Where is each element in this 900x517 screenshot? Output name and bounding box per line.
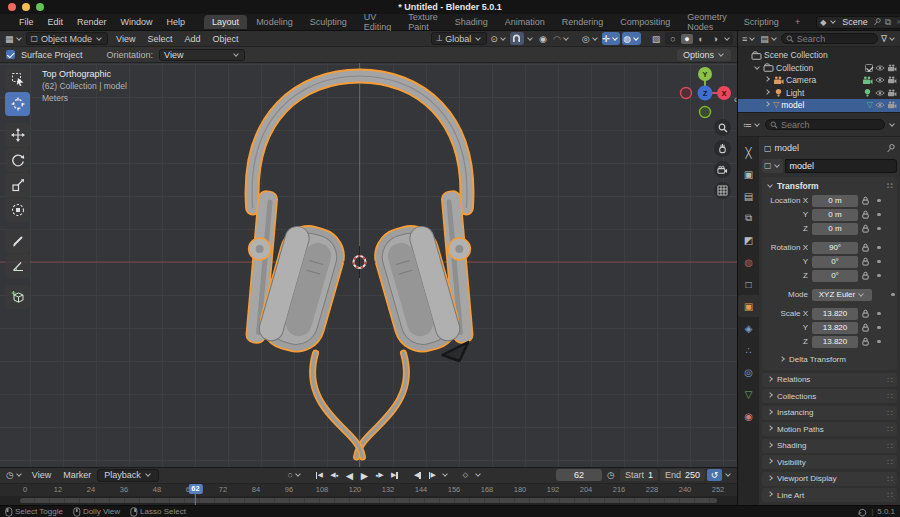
restrict-render-toggle[interactable]	[887, 76, 897, 84]
animate-dot[interactable]	[877, 340, 881, 344]
tool-measure-button[interactable]	[5, 254, 30, 278]
tool-transform-button[interactable]	[5, 198, 30, 222]
transform-value-field[interactable]: 0°	[812, 256, 858, 268]
auto-keying-button[interactable]: ◇	[459, 469, 472, 481]
restrict-hide-toggle[interactable]	[875, 64, 885, 72]
panel-drag-handle[interactable]: ∷	[887, 457, 893, 467]
frame-start-field[interactable]: Start1	[620, 469, 658, 481]
expander-closed-icon[interactable]	[764, 89, 770, 95]
section-shading[interactable]: Shading∷	[762, 439, 897, 453]
menu-help[interactable]: Help	[160, 15, 193, 29]
outliner-search-input[interactable]: Search	[781, 33, 878, 44]
sidebar-toggle-arrow[interactable]: ‹	[734, 95, 737, 105]
lock-icon[interactable]	[858, 224, 872, 233]
proportional-falloff-selector[interactable]: ◠	[552, 32, 571, 45]
panel-drag-handle[interactable]: ∷	[887, 474, 893, 484]
transform-value-field[interactable]: XYZ Euler	[812, 289, 872, 301]
properties-tab-output[interactable]: ▤	[738, 185, 759, 207]
restrict-hide-toggle[interactable]	[875, 76, 885, 84]
panel-drag-handle[interactable]: ∷	[887, 408, 893, 418]
section-viewport-display[interactable]: Viewport Display∷	[762, 472, 897, 486]
viewport-menu-object[interactable]: Object	[207, 33, 245, 45]
outliner-filter-mode-selector[interactable]: ▤	[759, 32, 779, 45]
jump-to-end-button[interactable]: ▶	[388, 469, 401, 481]
animate-dot[interactable]	[877, 312, 881, 316]
properties-tab-tool[interactable]: ╳	[738, 141, 759, 163]
panel-drag-handle[interactable]: ∷	[887, 490, 893, 500]
delete-scene-button[interactable]: ×	[895, 17, 900, 27]
shading-solid-button[interactable]: ●	[681, 34, 693, 44]
lock-icon[interactable]	[858, 243, 872, 252]
shading-dropdown[interactable]	[724, 35, 730, 41]
section-line-art[interactable]: Line Art∷	[762, 488, 897, 502]
object-type-visibility-selector[interactable]: ◎	[581, 32, 600, 45]
properties-options-dropdown[interactable]	[889, 121, 895, 127]
transform-orientation-selector[interactable]: ⟂Global	[431, 32, 487, 45]
show-gizmos-toggle[interactable]: ✛	[602, 32, 621, 45]
lock-icon[interactable]	[858, 323, 872, 332]
tool-rotate-button[interactable]	[5, 148, 30, 172]
animate-dot[interactable]	[877, 227, 881, 231]
mode-selector[interactable]: ▢ Object Mode	[26, 32, 109, 45]
properties-tab-physics[interactable]: ◎	[738, 361, 759, 383]
viewport-menu-view[interactable]: View	[110, 33, 141, 45]
object-name-field[interactable]: model	[785, 159, 897, 173]
gizmo-x-neg-axis[interactable]	[681, 88, 692, 99]
properties-tab-particles[interactable]: ∴	[738, 339, 759, 361]
navigation-gizmo[interactable]: Y X Z	[676, 64, 734, 122]
section-motion-paths[interactable]: Motion Paths∷	[762, 422, 897, 436]
outliner-display-mode-selector[interactable]: ≡	[741, 32, 757, 45]
workspace-tab-modeling[interactable]: Modeling	[248, 15, 301, 29]
outliner-row-scene-collection[interactable]: Scene Collection	[738, 49, 900, 62]
restrict-render-toggle[interactable]	[887, 64, 897, 72]
collection-checkbox[interactable]	[865, 64, 873, 72]
tool-cursor-button[interactable]	[5, 92, 30, 116]
restrict-hide-toggle[interactable]	[875, 101, 885, 109]
surface-project-checkbox[interactable]	[6, 50, 15, 59]
animate-dot[interactable]	[891, 293, 895, 297]
auto-keying-dropdown[interactable]	[475, 471, 481, 477]
prev-frame-button[interactable]: ◀	[411, 469, 424, 481]
animate-dot[interactable]	[877, 246, 881, 250]
animate-dot[interactable]	[877, 199, 881, 203]
workspace-tab-animation[interactable]: Animation	[497, 15, 553, 29]
panel-drag-handle[interactable]: ∷	[887, 391, 893, 401]
close-window-button[interactable]	[8, 3, 16, 11]
restrict-render-toggle[interactable]	[887, 101, 897, 109]
section-collections[interactable]: Collections∷	[762, 389, 897, 403]
show-overlays-toggle[interactable]: ◍	[622, 32, 641, 45]
panel-drag-handle[interactable]: ∷	[887, 375, 893, 385]
transform-value-field[interactable]: 0 m	[812, 223, 858, 235]
playback-sync-toggle[interactable]: ↺	[707, 469, 722, 481]
delta-transform-subpanel[interactable]: Delta Transform	[764, 353, 895, 366]
transform-value-field[interactable]: 13.820	[812, 322, 858, 334]
menu-render[interactable]: Render	[70, 15, 114, 29]
workspace-tab-compositing[interactable]: Compositing	[612, 15, 678, 29]
timeline-editor-type-selector[interactable]: ◷	[5, 469, 24, 482]
properties-tab-view-layer[interactable]: ⧉	[738, 207, 759, 229]
timeline-playhead[interactable]: 62	[188, 484, 202, 505]
add-workspace-button[interactable]: +	[789, 15, 806, 29]
animate-dot[interactable]	[877, 274, 881, 278]
section-relations[interactable]: Relations∷	[762, 373, 897, 387]
transform-value-field[interactable]: 90°	[812, 242, 858, 254]
ear-cup-right[interactable]	[357, 190, 474, 457]
tool-move-button[interactable]	[5, 123, 30, 147]
camera-view-button[interactable]	[714, 161, 731, 178]
menu-file[interactable]: File	[12, 15, 41, 29]
properties-tab-material[interactable]: ◉	[738, 405, 759, 427]
timeline-menu-marker[interactable]: Marker	[57, 469, 97, 481]
section-instancing[interactable]: Instancing∷	[762, 406, 897, 420]
workspace-tab-layout[interactable]: Layout	[204, 15, 247, 29]
menu-edit[interactable]: Edit	[41, 15, 71, 29]
perspective-toggle-button[interactable]	[714, 182, 731, 199]
lock-icon[interactable]	[858, 210, 872, 219]
shading-wireframe-button[interactable]: ○	[667, 34, 679, 44]
properties-tab-collection[interactable]: □	[738, 273, 759, 295]
next-frame-button[interactable]: ▶	[426, 469, 439, 481]
tool-annotate-button[interactable]	[5, 229, 30, 253]
proportional-editing-toggle[interactable]: ◉	[536, 32, 550, 45]
restrict-hide-toggle[interactable]	[875, 89, 885, 97]
outliner-row-camera[interactable]: Camera	[738, 74, 900, 87]
outliner-filter-button[interactable]: ∇	[880, 32, 897, 45]
